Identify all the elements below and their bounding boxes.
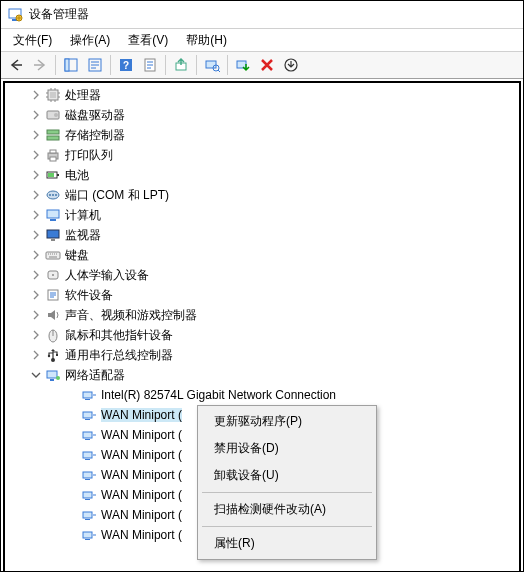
update-driver-button[interactable] — [170, 54, 192, 76]
tree-category[interactable]: 键盘 — [5, 245, 519, 265]
netadapter-icon — [81, 427, 97, 443]
chevron-right-icon[interactable] — [29, 248, 43, 262]
tree-category[interactable]: 端口 (COM 和 LPT) — [5, 185, 519, 205]
device-tree[interactable]: 处理器磁盘驱动器存储控制器打印队列电池端口 (COM 和 LPT)计算机监视器键… — [3, 81, 521, 572]
toolbar-separator — [227, 55, 228, 75]
category-label: 端口 (COM 和 LPT) — [65, 187, 169, 204]
category-label: 声音、视频和游戏控制器 — [65, 307, 197, 324]
chevron-right-icon[interactable] — [29, 108, 43, 122]
device-label: WAN Miniport ( — [101, 528, 182, 542]
cm-properties[interactable]: 属性(R) — [200, 530, 374, 557]
svg-point-44 — [56, 376, 60, 380]
chevron-right-icon[interactable] — [29, 168, 43, 182]
export-button[interactable] — [84, 54, 106, 76]
port-icon — [45, 187, 61, 203]
hid-icon — [45, 267, 61, 283]
svg-rect-30 — [47, 210, 59, 218]
chevron-right-icon[interactable] — [29, 88, 43, 102]
svg-rect-41 — [56, 354, 58, 356]
chevron-right-icon[interactable] — [29, 208, 43, 222]
category-label: 监视器 — [65, 227, 101, 244]
tree-category[interactable]: 通用串行总线控制器 — [5, 345, 519, 365]
window-title: 设备管理器 — [29, 6, 89, 23]
chevron-right-icon[interactable] — [29, 128, 43, 142]
titlebar: 设备管理器 — [1, 1, 523, 29]
category-label: 处理器 — [65, 87, 101, 104]
back-button[interactable] — [5, 54, 27, 76]
tree-category[interactable]: 处理器 — [5, 85, 519, 105]
tree-category[interactable]: 磁盘驱动器 — [5, 105, 519, 125]
menu-action[interactable]: 操作(A) — [62, 30, 118, 51]
svg-point-36 — [52, 274, 54, 276]
cm-uninstall[interactable]: 卸载设备(U) — [200, 462, 374, 489]
category-label: 人体学输入设备 — [65, 267, 149, 284]
tree-category[interactable]: 电池 — [5, 165, 519, 185]
svg-rect-48 — [85, 419, 90, 420]
properties-button[interactable] — [139, 54, 161, 76]
add-legacy-button[interactable] — [280, 54, 302, 76]
svg-rect-15 — [50, 92, 56, 98]
svg-rect-46 — [85, 399, 90, 400]
svg-rect-47 — [83, 412, 92, 418]
chevron-right-icon[interactable] — [29, 288, 43, 302]
uninstall-button[interactable] — [256, 54, 278, 76]
scan-hardware-button[interactable] — [201, 54, 223, 76]
svg-rect-49 — [83, 432, 92, 438]
tree-category[interactable]: 打印队列 — [5, 145, 519, 165]
cm-disable[interactable]: 禁用设备(D) — [200, 435, 374, 462]
svg-rect-60 — [85, 539, 90, 540]
cm-separator — [202, 526, 372, 527]
cm-scan[interactable]: 扫描检测硬件改动(A) — [200, 496, 374, 523]
svg-point-40 — [48, 355, 50, 357]
network-icon — [45, 367, 61, 383]
svg-rect-58 — [85, 519, 90, 520]
usb-icon — [45, 347, 61, 363]
chevron-right-icon[interactable] — [29, 228, 43, 242]
menu-view[interactable]: 查看(V) — [120, 30, 176, 51]
keyboard-icon — [45, 247, 61, 263]
category-label: 通用串行总线控制器 — [65, 347, 173, 364]
netadapter-icon — [81, 467, 97, 483]
forward-button[interactable] — [29, 54, 51, 76]
menu-help[interactable]: 帮助(H) — [178, 30, 235, 51]
tree-category[interactable]: 声音、视频和游戏控制器 — [5, 305, 519, 325]
chevron-right-icon[interactable] — [29, 328, 43, 342]
tree-category[interactable]: 人体学输入设备 — [5, 265, 519, 285]
chevron-right-icon[interactable] — [29, 348, 43, 362]
netadapter-icon — [81, 447, 97, 463]
tree-category[interactable]: 计算机 — [5, 205, 519, 225]
tree-category[interactable]: 软件设备 — [5, 285, 519, 305]
svg-rect-32 — [47, 230, 59, 238]
toolbar: ? — [1, 51, 523, 79]
chevron-right-icon[interactable] — [29, 188, 43, 202]
tree-category[interactable]: 鼠标和其他指针设备 — [5, 325, 519, 345]
cm-update-driver[interactable]: 更新驱动程序(P) — [200, 408, 374, 435]
svg-rect-25 — [48, 173, 54, 177]
menubar: 文件(F) 操作(A) 查看(V) 帮助(H) — [1, 29, 523, 51]
chevron-right-icon[interactable] — [29, 308, 43, 322]
tree-category[interactable]: 存储控制器 — [5, 125, 519, 145]
show-hide-tree-button[interactable] — [60, 54, 82, 76]
svg-rect-42 — [47, 371, 57, 378]
category-label: 打印队列 — [65, 147, 113, 164]
svg-rect-31 — [50, 219, 56, 221]
help-button[interactable]: ? — [115, 54, 137, 76]
svg-rect-57 — [83, 512, 92, 518]
category-label: 电池 — [65, 167, 89, 184]
svg-rect-43 — [50, 379, 54, 381]
category-label: 存储控制器 — [65, 127, 125, 144]
svg-rect-33 — [51, 239, 55, 241]
tree-category[interactable]: 监视器 — [5, 225, 519, 245]
menu-file[interactable]: 文件(F) — [5, 30, 60, 51]
chevron-right-icon[interactable] — [29, 148, 43, 162]
category-label: 磁盘驱动器 — [65, 107, 125, 124]
tree-category-network[interactable]: 网络适配器 — [5, 365, 519, 385]
svg-rect-45 — [83, 392, 92, 398]
svg-point-29 — [55, 194, 57, 196]
chevron-down-icon[interactable] — [29, 368, 43, 382]
device-label: WAN Miniport ( — [101, 508, 182, 522]
sound-icon — [45, 307, 61, 323]
disable-button[interactable] — [232, 54, 254, 76]
chevron-right-icon[interactable] — [29, 268, 43, 282]
tree-device[interactable]: Intel(R) 82574L Gigabit Network Connecti… — [5, 385, 519, 405]
